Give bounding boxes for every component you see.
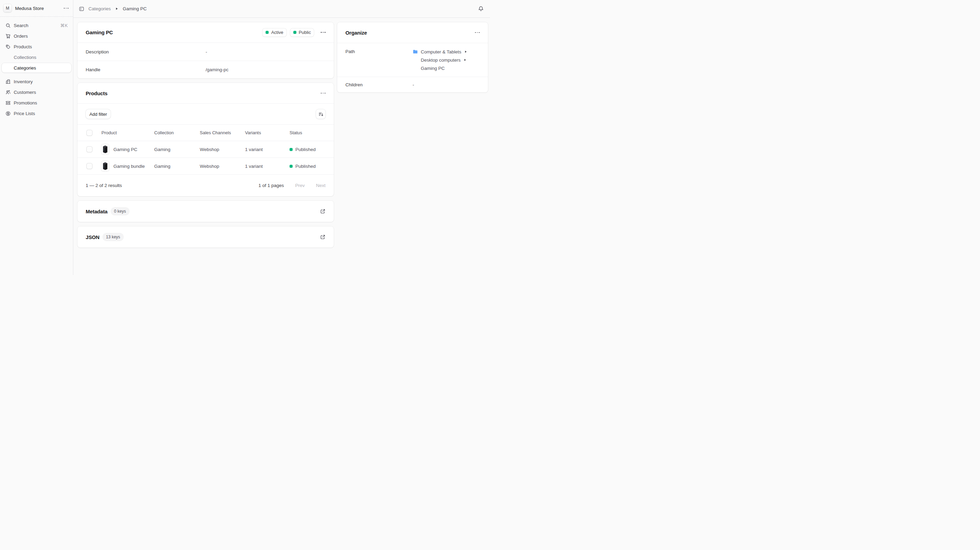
row-checkbox[interactable] (87, 163, 92, 169)
ticket-percent-icon (5, 100, 11, 106)
table-row[interactable]: Gaming bundle Gaming Webshop 1 variant P… (78, 157, 334, 174)
sidebar-item-promotions[interactable]: Promotions (2, 98, 71, 108)
metadata-keys-badge: 0 keys (111, 208, 129, 215)
nav-section-gap (2, 74, 71, 77)
path-row: Path Computer & Tablets Desktop computer… (337, 43, 488, 77)
json-external-link-icon[interactable] (320, 234, 326, 240)
column-header-sales-channels: Sales Channels (200, 130, 245, 135)
currency-circle-icon (5, 111, 11, 116)
pagination: 1 — 2 of 2 results 1 of 1 pages Prev Nex… (78, 174, 334, 196)
path-label: Path (345, 48, 412, 56)
sort-descending-icon (318, 112, 323, 117)
sidebar-item-label: Customers (14, 90, 36, 95)
table-row[interactable]: Gaming PC Gaming Webshop 1 variant Publi… (78, 141, 334, 157)
published-dot (290, 148, 293, 151)
tag-icon (5, 44, 11, 49)
description-value: - (205, 49, 326, 54)
product-status: Published (290, 164, 334, 169)
sidebar-item-label: Inventory (14, 79, 33, 84)
sidebar-item-label: Collections (14, 55, 36, 60)
sidebar-item-products[interactable]: Products (2, 42, 71, 51)
users-icon (5, 90, 11, 95)
visibility-badge-public: Public (290, 29, 314, 36)
sidebar-item-categories[interactable]: Categories (2, 63, 71, 73)
path-value: Computer & Tablets Desktop computers Gam… (412, 48, 480, 72)
column-header-variants: Variants (245, 130, 290, 135)
path-segment-label[interactable]: Desktop computers (421, 57, 461, 63)
children-label: Children (345, 81, 412, 89)
store-avatar-letter: M (6, 6, 9, 11)
path-segment: Desktop computers (421, 56, 480, 64)
column-header-status: Status (290, 130, 334, 135)
path-segment-label[interactable]: Computer & Tablets (421, 49, 461, 54)
description-label: Description (86, 49, 205, 54)
sidebar-item-orders[interactable]: Orders (2, 31, 71, 41)
products-card-header: Products (78, 83, 334, 103)
sidebar-item-label: Orders (14, 33, 28, 39)
organize-card-header: Organize (337, 22, 488, 43)
page-indicator: 1 of 1 pages (258, 183, 284, 188)
sidebar-item-customers[interactable]: Customers (2, 87, 71, 97)
breadcrumb-categories[interactable]: Categories (88, 6, 111, 11)
children-row: Children - (337, 77, 488, 92)
page-content: Gaming PC Active Public (73, 18, 490, 275)
category-card: Gaming PC Active Public (78, 22, 334, 78)
store-ellipsis-icon[interactable] (64, 8, 68, 9)
path-segment: Computer & Tablets (412, 48, 480, 56)
product-name: Gaming PC (113, 147, 137, 152)
sidebar-item-search[interactable]: Search ⌘K (2, 21, 71, 30)
organize-title: Organize (345, 30, 367, 36)
metadata-title: Metadata (86, 209, 108, 214)
main-column: Gaming PC Active Public (78, 22, 334, 247)
add-filter-button[interactable]: Add filter (86, 109, 111, 119)
product-name: Gaming bundle (113, 164, 145, 169)
handle-row: Handle /gaming-pc (78, 60, 334, 78)
sidebar-toggle-icon[interactable] (79, 6, 84, 12)
results-count: 1 — 2 of 2 results (86, 183, 122, 188)
topbar: Categories Gaming PC (73, 0, 490, 18)
breadcrumb-current: Gaming PC (123, 6, 146, 11)
sidebar-item-inventory[interactable]: Inventory (2, 77, 71, 86)
store-name: Medusa Store (15, 6, 60, 11)
column-header-collection: Collection (154, 130, 200, 135)
products-table-header: Product Collection Sales Channels Varian… (78, 124, 334, 141)
products-actions-ellipsis-icon[interactable] (321, 93, 326, 94)
sidebar-item-collections[interactable]: Collections (2, 52, 71, 62)
product-collection: Gaming (154, 147, 200, 152)
next-page-button[interactable]: Next (316, 183, 326, 188)
sort-button[interactable] (316, 109, 326, 119)
product-variants: 1 variant (245, 164, 290, 169)
sidebar-item-label: Products (14, 44, 32, 49)
json-keys-badge: 13 keys (103, 233, 123, 241)
building-icon (5, 79, 11, 84)
products-filter-row: Add filter (78, 103, 334, 124)
sidebar-nav: Search ⌘K Orders Products Collections Ca… (0, 17, 73, 123)
select-all-checkbox[interactable] (87, 130, 92, 136)
search-icon (5, 23, 11, 28)
store-menu[interactable]: M Medusa Store (0, 0, 73, 17)
product-status-label: Published (295, 147, 316, 152)
row-checkbox[interactable] (87, 147, 92, 152)
page-title: Gaming PC (86, 29, 113, 35)
product-status-label: Published (295, 164, 316, 169)
product-collection: Gaming (154, 164, 200, 169)
handle-label: Handle (86, 67, 205, 72)
organize-actions-ellipsis-icon[interactable] (475, 32, 480, 33)
category-actions-ellipsis-icon[interactable] (321, 32, 326, 33)
store-avatar: M (3, 4, 12, 12)
sidebar-item-label: Categories (14, 65, 36, 71)
cart-icon (5, 33, 11, 39)
sidebar-item-price-lists[interactable]: Price Lists (2, 109, 71, 118)
product-sales-channels: Webshop (200, 164, 245, 169)
json-card: JSON 13 keys (78, 227, 334, 247)
products-title: Products (86, 90, 108, 96)
path-segment-label: Gaming PC (421, 66, 445, 71)
sidebar-item-label: Promotions (14, 100, 37, 106)
prev-page-button[interactable]: Prev (295, 183, 305, 188)
metadata-external-link-icon[interactable] (320, 209, 326, 214)
app: M Medusa Store Search ⌘K Orders Products… (0, 0, 490, 275)
notifications-bell-icon[interactable] (478, 6, 484, 12)
json-title: JSON (86, 234, 99, 240)
main-area: Categories Gaming PC Gaming PC Active (73, 0, 490, 275)
published-dot (290, 165, 293, 168)
